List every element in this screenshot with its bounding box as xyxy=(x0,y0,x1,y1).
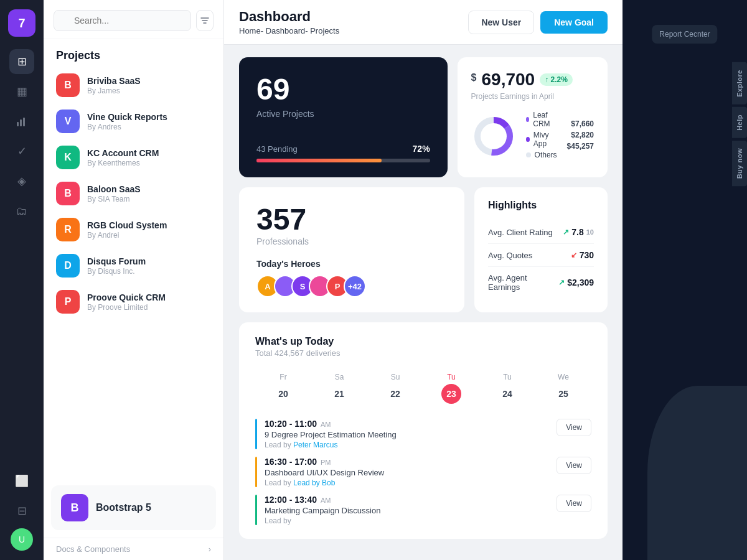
earnings-values: $7,660$2,820$45,257 xyxy=(567,119,594,153)
side-tab-explore[interactable]: Explore xyxy=(732,62,747,105)
event-content: 10:20 - 11:00 AM 9 Degree Project Estima… xyxy=(265,419,549,449)
bottom-link[interactable]: Docs & Components › xyxy=(44,538,223,560)
view-button[interactable]: View xyxy=(557,495,591,512)
side-tab-buynow[interactable]: Buy now xyxy=(732,141,747,186)
highlights-title: Highlights xyxy=(488,200,594,211)
view-button[interactable]: View xyxy=(557,419,591,436)
highlight-label: Avg. Agent Earnings xyxy=(488,273,558,292)
project-item[interactable]: K KC Account CRM By Keenthemes xyxy=(51,139,216,175)
event-time: 16:30 - 17:00 PM xyxy=(265,457,549,467)
earnings-dollar: $ xyxy=(471,72,477,83)
calendar-day[interactable]: Su22 xyxy=(367,368,423,409)
view-button[interactable]: View xyxy=(557,457,591,474)
progress-bar-fill xyxy=(256,159,382,162)
bootstrap-card[interactable]: B Bootstrap 5 xyxy=(51,485,216,530)
heroes-label: Today's Heroes xyxy=(256,259,447,269)
filter-button[interactable] xyxy=(196,10,214,31)
calendar-day[interactable]: Fr20 xyxy=(255,368,311,409)
event-lead: Lead by Lead by Bob xyxy=(265,478,549,487)
legend-item: Others xyxy=(526,151,557,159)
project-logo: V xyxy=(56,110,80,133)
nav-icon-grid[interactable]: ▦ xyxy=(9,79,34,104)
main-content: Dashboard Home- Dashboard- Projects New … xyxy=(224,0,622,560)
pending-row: 43 Pending 72% xyxy=(256,144,430,154)
side-tab-help[interactable]: Help xyxy=(732,107,747,138)
new-user-button[interactable]: New User xyxy=(468,11,534,34)
active-label: Active Projects xyxy=(256,109,430,119)
project-info: RGB Cloud System By Andrei xyxy=(87,220,211,240)
highlight-row: Avg. Client Rating ↗ 7.8 10 xyxy=(488,221,594,244)
project-name: KC Account CRM xyxy=(87,148,211,158)
calendar-day[interactable]: Sa21 xyxy=(311,368,367,409)
prof-label: Professionals xyxy=(256,236,447,246)
calendar-day[interactable]: Tu24 xyxy=(479,368,535,409)
project-author: By Andrei xyxy=(87,231,211,240)
project-name: Briviba SaaS xyxy=(87,76,211,86)
highlight-value: ↙ 730 xyxy=(571,250,594,260)
report-center-button[interactable]: Report Cecnter xyxy=(652,25,717,44)
event-name: Marketing Campaign Discussion xyxy=(265,506,549,515)
event-item: 16:30 - 17:00 PM Dashboard UI/UX Design … xyxy=(255,457,591,487)
event-content: 16:30 - 17:00 PM Dashboard UI/UX Design … xyxy=(265,457,549,487)
highlight-value: ↗ 7.8 10 xyxy=(563,227,594,237)
event-line xyxy=(255,457,257,487)
project-item[interactable]: B Briviba SaaS By James xyxy=(51,67,216,103)
highlight-label: Avg. Client Rating xyxy=(488,228,553,237)
nav-icon-briefcase[interactable]: 🗂 xyxy=(9,198,34,223)
project-item[interactable]: D Disqus Forum By Disqus Inc. xyxy=(51,248,216,284)
project-info: Disqus Forum By Disqus Inc. xyxy=(87,256,211,276)
heroes-avatars: ASP+42 xyxy=(256,275,447,297)
calendar-day[interactable]: We25 xyxy=(535,368,591,409)
side-tabs: Explore Help Buy now xyxy=(732,62,747,189)
nav-icon-monitor[interactable]: ⬜ xyxy=(9,469,34,493)
page-title: Dashboard xyxy=(239,9,339,25)
highlights-card: Highlights Avg. Client Rating ↗ 7.8 10 A… xyxy=(474,187,608,312)
project-logo: R xyxy=(56,218,80,241)
project-author: By Andres xyxy=(87,123,211,131)
nav-icon-chart[interactable] xyxy=(9,109,34,134)
prof-count: 357 xyxy=(256,202,447,236)
calendar-day[interactable]: Tu23 xyxy=(423,368,479,409)
event-time: 10:20 - 11:00 AM xyxy=(265,419,549,429)
svg-rect-2 xyxy=(23,118,25,126)
nav-bottom-avatar[interactable]: U xyxy=(11,528,33,551)
highlights-rows: Avg. Client Rating ↗ 7.8 10 Avg. Quotes … xyxy=(488,221,594,298)
legend-item: Leaf CRM xyxy=(526,111,557,128)
calendar-header: What's up Today Total 424,567 deliveries xyxy=(255,336,591,358)
event-lead-link[interactable]: Lead by Bob xyxy=(293,478,335,487)
project-item[interactable]: P Proove Quick CRM By Proove Limited xyxy=(51,284,216,320)
event-lead-link[interactable]: Peter Marcus xyxy=(293,441,337,449)
projects-title: Projects xyxy=(44,39,223,67)
project-item[interactable]: R RGB Cloud System By Andrei xyxy=(51,212,216,248)
project-info: KC Account CRM By Keenthemes xyxy=(87,148,211,167)
nav-icon-check[interactable]: ✓ xyxy=(9,139,34,164)
event-item: 12:00 - 13:40 AM Marketing Campaign Disc… xyxy=(255,495,591,525)
earnings-badge: ↑ 2.2% xyxy=(540,73,573,86)
earnings-sub: Projects Earnings in April xyxy=(471,92,594,101)
nav-icon-widgets[interactable]: ⊟ xyxy=(9,498,34,523)
project-author: By Disqus Inc. xyxy=(87,267,211,276)
project-name: Baloon SaaS xyxy=(87,184,211,194)
nav-icon-dashboard[interactable]: ⊞ xyxy=(9,49,34,74)
nav-icon-layers[interactable]: ◈ xyxy=(9,169,34,194)
svg-rect-1 xyxy=(20,119,22,126)
calendar-title: What's up Today xyxy=(255,336,591,347)
pending-percent: 72% xyxy=(413,144,430,154)
project-list: B Briviba SaaS By James V Vine Quick Rep… xyxy=(44,67,223,478)
new-goal-button[interactable]: New Goal xyxy=(540,11,608,34)
active-projects-card: 69 Active Projects 43 Pending 72% xyxy=(239,57,448,177)
highlight-label: Avg. Quotes xyxy=(488,251,532,260)
mid-row: 357 Professionals Today's Heroes ASP+42 … xyxy=(239,187,608,312)
nav-avatar[interactable]: 7 xyxy=(8,9,35,37)
earnings-legend: Leaf CRMMivy AppOthers xyxy=(526,111,557,162)
project-item[interactable]: V Vine Quick Reports By Andres xyxy=(51,103,216,139)
event-name: Dashboard UI/UX Design Review xyxy=(265,468,549,477)
project-logo: B xyxy=(56,182,80,205)
calendar-days: Fr20Sa21Su22Tu23Tu24We25 xyxy=(255,368,591,409)
highlight-row: Avg. Quotes ↙ 730 xyxy=(488,244,594,267)
projects-panel: 🔍 Projects B Briviba SaaS By James V Vin… xyxy=(44,0,224,560)
search-input[interactable] xyxy=(54,10,191,31)
bootstrap-icon: B xyxy=(61,494,88,521)
project-item[interactable]: B Baloon SaaS By SIA Team xyxy=(51,175,216,212)
breadcrumb: Dashboard Home- Dashboard- Projects xyxy=(239,9,339,35)
